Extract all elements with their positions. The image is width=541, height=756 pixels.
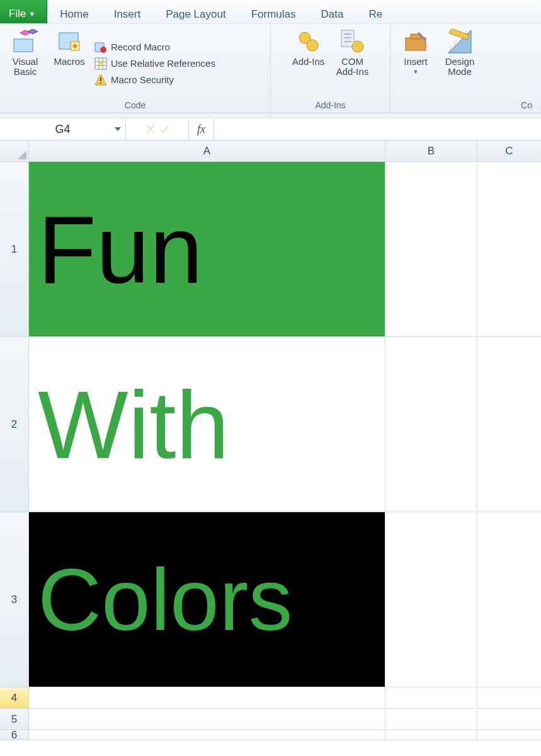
tab-data[interactable]: Data [309, 0, 356, 23]
group-title: Co [397, 99, 535, 112]
tab-file-label: File [9, 8, 26, 20]
grid-icon [94, 57, 107, 70]
svg-point-23 [352, 41, 363, 52]
button-label: Insert [404, 57, 428, 67]
button-label: Design Mode [445, 57, 475, 77]
visual-basic-button[interactable]: Visual Basic [6, 28, 44, 99]
tab-label: Home [60, 8, 88, 21]
row-header-1[interactable]: 1 [0, 162, 29, 337]
toolbox-icon [403, 29, 428, 54]
enter-icon[interactable] [159, 124, 169, 134]
insert-button[interactable]: Insert ▼ [397, 28, 435, 99]
cell-a3[interactable]: Colors [29, 512, 385, 687]
tab-label: Insert [114, 8, 141, 21]
select-all-corner[interactable] [0, 140, 29, 162]
cell-a2[interactable]: With [29, 337, 385, 512]
tab-label: Data [321, 8, 344, 21]
cell-c1[interactable] [477, 162, 541, 337]
tab-formulas[interactable]: Formulas [239, 0, 309, 23]
column-header-a[interactable]: A [29, 140, 385, 162]
record-macro-icon [94, 41, 107, 54]
row-header-2[interactable]: 2 [0, 337, 29, 512]
tab-home[interactable]: Home [47, 0, 101, 23]
ribbon-group-addins: Add-Ins COM Add-Ins Add-Ins [271, 24, 390, 113]
design-mode-button[interactable]: Design Mode [441, 28, 479, 99]
cell-b2[interactable] [385, 337, 477, 512]
addins-button[interactable]: Add-Ins [290, 28, 327, 99]
button-label: Use Relative References [111, 58, 215, 69]
cancel-icon[interactable] [145, 124, 156, 134]
tab-file[interactable]: File ▼ [0, 0, 47, 23]
formula-bar-area: G4 fx [0, 113, 541, 140]
button-label: Record Macro [111, 42, 170, 52]
group-title: Add-Ins [277, 99, 384, 112]
com-addins-button[interactable]: COM Add-Ins [334, 28, 372, 99]
record-macro-button[interactable]: Record Macro [94, 40, 215, 55]
cell-a4[interactable] [29, 687, 385, 709]
row-header-4[interactable]: 4 [0, 687, 29, 709]
cell-c3[interactable] [477, 512, 541, 687]
checklist-gear-icon [340, 29, 365, 54]
tab-label: Page Layout [166, 8, 225, 21]
macro-security-button[interactable]: Macro Security [94, 72, 215, 88]
ribbon-group-code: Visual Basic Macros Record Macro [0, 24, 271, 113]
button-label: Add-Ins [292, 57, 325, 67]
button-label: Macro Security [111, 74, 174, 85]
row-header-3[interactable]: 3 [0, 512, 29, 687]
cell-a6[interactable] [29, 730, 385, 740]
cell-b5[interactable] [385, 709, 477, 730]
formula-buttons [126, 118, 189, 140]
cell-c6[interactable] [477, 730, 541, 740]
cell-c2[interactable] [477, 337, 541, 512]
worksheet-grid: A B C 1 Fun 2 With 3 Colors 4 5 6 [0, 140, 541, 740]
cell-value: Fun [38, 202, 203, 297]
row-header-5[interactable]: 5 [0, 709, 29, 730]
svg-point-5 [73, 44, 77, 48]
insert-function-button[interactable]: fx [189, 118, 214, 140]
svg-rect-13 [99, 62, 103, 66]
column-header-c[interactable]: C [477, 140, 541, 162]
use-relative-references-button[interactable]: Use Relative References [94, 56, 215, 71]
name-box[interactable]: G4 [0, 118, 126, 140]
group-title: Code [6, 99, 264, 112]
cell-c5[interactable] [477, 709, 541, 730]
ribbon-group-controls: Insert ▼ Design Mode Co [390, 24, 541, 113]
formula-input[interactable] [214, 118, 541, 140]
cell-a5[interactable] [29, 709, 385, 730]
gear-icon [296, 29, 321, 54]
macros-button[interactable]: Macros [50, 28, 88, 99]
svg-point-18 [307, 40, 318, 51]
tab-insert[interactable]: Insert [101, 0, 154, 23]
button-label: Visual Basic [13, 57, 38, 77]
tab-page-layout[interactable]: Page Layout [153, 0, 238, 23]
cell-a1[interactable]: Fun [29, 162, 385, 337]
fx-label: fx [197, 123, 205, 136]
name-box-value: G4 [55, 123, 70, 136]
cell-b6[interactable] [385, 730, 477, 740]
cell-value: With [38, 377, 229, 472]
column-header-b[interactable]: B [385, 140, 477, 162]
svg-rect-15 [100, 77, 101, 81]
cell-value: Colors [38, 556, 293, 644]
tab-review-cut[interactable]: Re [356, 0, 381, 23]
warning-icon [94, 74, 107, 86]
ribbon: Visual Basic Macros Record Macro [0, 24, 541, 113]
svg-point-7 [100, 47, 106, 53]
svg-rect-19 [341, 30, 354, 47]
cell-b4[interactable] [385, 687, 477, 709]
svg-rect-28 [450, 29, 469, 40]
row-header-6[interactable]: 6 [0, 730, 29, 740]
ribbon-tabstrip: File ▼ Home Insert Page Layout Formulas … [0, 0, 541, 24]
cell-b3[interactable] [385, 512, 477, 687]
tab-label: Re [368, 8, 382, 21]
cell-c4[interactable] [477, 687, 541, 709]
chevron-down-icon: ▼ [28, 10, 35, 18]
button-label: COM Add-Ins [336, 57, 369, 77]
visual-basic-icon [13, 29, 38, 54]
cell-b1[interactable] [385, 162, 477, 337]
chevron-down-icon [114, 125, 122, 133]
svg-marker-29 [115, 127, 121, 131]
chevron-down-icon: ▼ [413, 69, 419, 75]
svg-rect-16 [100, 83, 101, 84]
tab-label: Formulas [251, 8, 296, 21]
